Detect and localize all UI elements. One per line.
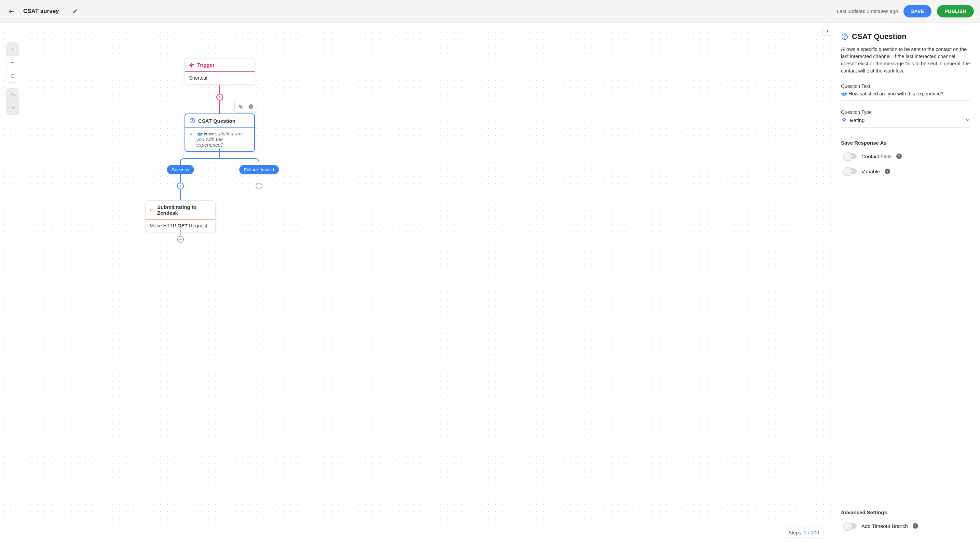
help-icon[interactable]: ? <box>896 153 902 159</box>
plus-icon <box>179 238 182 241</box>
toggle-variable[interactable] <box>844 168 857 174</box>
flow-stage: Trigger Shortcut <box>0 22 831 544</box>
copy-node-button[interactable] <box>236 102 246 111</box>
node-zendesk-title: Submit rating to Zendesk <box>157 204 211 216</box>
plus-icon <box>218 96 221 99</box>
bolt-icon <box>189 62 194 68</box>
workflow-canvas[interactable]: Trigger Shortcut <box>0 22 831 544</box>
node-csat-question-text: 🥣 How satisfied are you with this experi… <box>196 131 250 148</box>
page-title: CSAT survey <box>23 8 59 15</box>
node-zendesk-body-suffix: Request <box>188 223 207 228</box>
toggle-timeout-branch[interactable] <box>844 523 857 529</box>
svg-point-27 <box>844 38 845 38</box>
steps-counter: Steps: 2 / 100 <box>784 528 824 538</box>
add-step-failure[interactable] <box>256 183 262 190</box>
delete-node-button[interactable] <box>246 102 256 111</box>
copy-icon <box>239 104 243 109</box>
sparkle-icon <box>189 131 193 138</box>
trash-icon <box>248 104 253 109</box>
question-type-label: Question Type <box>841 109 970 115</box>
toggle-variable-row: Variable ? <box>844 168 970 174</box>
node-csat-body: 🥣 How satisfied are you with this experi… <box>185 128 254 151</box>
node-csat-header: CSAT Question <box>185 114 254 127</box>
question-circle-icon <box>841 33 848 40</box>
header-left: CSAT survey <box>6 6 80 17</box>
steps-count: 2 <box>804 530 807 536</box>
question-type-select[interactable]: Rating <box>841 117 970 128</box>
toggle-timeout-row: Add Timeout Branch ? <box>844 523 970 529</box>
node-trigger-body: Shortcut <box>185 72 255 84</box>
toggle-contact-field-row: Contact Field ? <box>844 153 970 160</box>
publish-button[interactable]: PUBLISH <box>937 5 974 18</box>
question-circle-icon <box>189 118 196 124</box>
branch-success-pill[interactable]: Success <box>167 165 194 174</box>
advanced-settings-label: Advanced Settings <box>841 509 970 515</box>
http-icon <box>150 207 154 213</box>
node-trigger-title: Trigger <box>197 62 215 68</box>
node-zendesk-header: Submit rating to Zendesk <box>146 201 215 219</box>
panel-title: CSAT Question <box>852 32 907 41</box>
question-text-label: Question Text <box>841 83 970 89</box>
add-step-after-trigger[interactable] <box>216 94 223 101</box>
node-mini-toolbar <box>234 100 257 113</box>
steps-max: 100 <box>811 530 819 536</box>
help-icon[interactable]: ? <box>913 523 918 529</box>
toggle-timeout-label: Add Timeout Branch <box>861 523 908 529</box>
branch-failure-pill[interactable]: Failure: Invalid <box>239 165 279 174</box>
node-zendesk[interactable]: Submit rating to Zendesk Make HTTP GET R… <box>145 200 216 232</box>
plus-icon <box>257 184 261 188</box>
help-icon[interactable]: ? <box>885 169 890 174</box>
toggle-contact-field-label: Contact Field <box>861 153 891 160</box>
svg-point-16 <box>192 122 192 122</box>
panel-title-row: CSAT Question <box>841 32 970 41</box>
arrow-left-icon <box>8 8 15 15</box>
node-zendesk-body-verb: GET <box>177 223 188 228</box>
header-right: Last updated 3 minutes ago SAVE PUBLISH <box>837 5 974 18</box>
chevron-down-icon <box>965 117 970 123</box>
back-button[interactable] <box>6 6 17 17</box>
app-header: CSAT survey Last updated 3 minutes ago S… <box>0 0 980 22</box>
question-type-value: Rating <box>850 117 962 123</box>
properties-panel: CSAT Question Allows a specific question… <box>831 22 980 544</box>
node-trigger-header: Trigger <box>185 59 255 72</box>
save-response-as-label: Save Response As <box>841 140 970 146</box>
toggle-variable-label: Variable <box>861 169 880 174</box>
question-text-value[interactable]: 🥣 How satisfied are you with this experi… <box>841 91 970 101</box>
plus-icon <box>179 184 182 188</box>
steps-sep: / <box>807 530 811 536</box>
node-csat-question[interactable]: CSAT Question 🥣 How satisfied are you wi… <box>185 113 255 152</box>
node-trigger[interactable]: Trigger Shortcut <box>185 58 255 85</box>
edit-title-button[interactable] <box>70 6 80 16</box>
toggle-contact-field[interactable] <box>844 153 857 160</box>
svg-marker-9 <box>189 62 194 67</box>
steps-label: Steps: <box>788 530 802 536</box>
last-updated: Last updated 3 minutes ago <box>837 8 898 14</box>
pencil-icon <box>72 8 78 14</box>
node-csat-title: CSAT Question <box>198 118 235 124</box>
panel-description: Allows a specific question to be sent to… <box>841 46 970 75</box>
main: Trigger Shortcut <box>0 22 980 544</box>
divider <box>841 503 970 503</box>
save-button[interactable]: SAVE <box>904 5 931 18</box>
node-zendesk-body-prefix: Make HTTP <box>150 223 177 228</box>
node-zendesk-body: Make HTTP GET Request <box>146 220 215 232</box>
add-step-after-zendesk[interactable] <box>177 236 184 243</box>
sparkle-icon <box>841 117 847 123</box>
add-step-success[interactable] <box>177 183 184 190</box>
